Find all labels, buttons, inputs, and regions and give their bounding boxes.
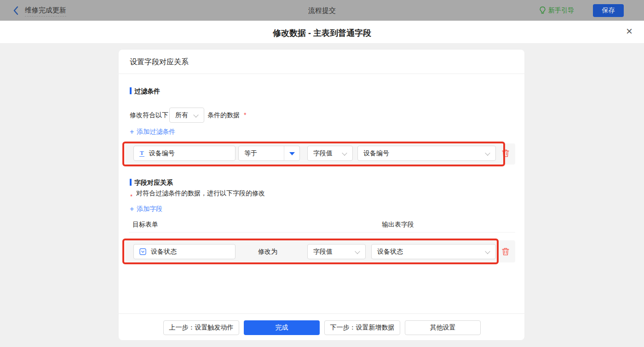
delete-filter-row-button[interactable] bbox=[501, 149, 510, 158]
lightbulb-icon bbox=[539, 6, 546, 15]
filter-field-value: 设备编号 bbox=[149, 149, 175, 158]
beginner-guide-button[interactable]: 新手引导 bbox=[539, 6, 574, 16]
required-asterisk: * bbox=[244, 111, 246, 119]
prev-step-button[interactable]: 上一步：设置触发动作 bbox=[163, 320, 239, 335]
card-title: 设置字段对应关系 bbox=[130, 57, 189, 67]
filter-sentence-suffix: 条件的数据 bbox=[207, 108, 240, 123]
trash-icon bbox=[501, 247, 510, 256]
mapping-field-value: 设备状态 bbox=[151, 248, 177, 256]
mapping-field-input[interactable]: 设备状态 bbox=[133, 244, 236, 259]
mapping-value-field-select[interactable]: 设备状态 bbox=[371, 244, 496, 259]
divider bbox=[119, 74, 524, 74]
filter-operator-select[interactable]: 等于 bbox=[238, 146, 300, 161]
chevron-down-icon bbox=[193, 112, 198, 117]
divider bbox=[119, 313, 524, 314]
workflow-name[interactable]: 维修完成更新 bbox=[25, 6, 66, 17]
divider bbox=[284, 146, 284, 160]
filter-section-title: 过滤条件 bbox=[134, 87, 160, 96]
done-button[interactable]: 完成 bbox=[244, 320, 320, 335]
mapping-value-type-select[interactable]: 字段值 bbox=[307, 244, 366, 259]
add-filter-condition-link[interactable]: + 添加过滤条件 bbox=[130, 128, 175, 136]
add-filter-condition-label: 添加过滤条件 bbox=[137, 128, 175, 136]
match-mode-value: 所有 bbox=[175, 111, 188, 119]
mapping-value-field: 设备状态 bbox=[377, 248, 403, 256]
save-button[interactable]: 保存 bbox=[593, 4, 624, 17]
add-field-link[interactable]: + 添加字段 bbox=[130, 205, 162, 213]
caret-down-icon bbox=[289, 152, 295, 155]
filter-value-field: 设备编号 bbox=[363, 149, 389, 158]
output-field-column-header: 输出表字段 bbox=[382, 221, 414, 229]
mapping-description: 对符合过滤条件的数据，进行以下字段的修改 bbox=[136, 186, 265, 201]
plus-icon: + bbox=[130, 129, 134, 135]
filter-field-input[interactable]: T 设备编号 bbox=[133, 146, 236, 161]
match-mode-select[interactable]: 所有 bbox=[169, 108, 204, 123]
target-form-column-header: 目标表单 bbox=[132, 221, 158, 229]
next-step-button[interactable]: 下一步：设置新增数据 bbox=[324, 320, 400, 335]
settings-card: 设置字段对应关系 过滤条件 修改符合以下 所有 条件的数据 * + 添加过滤条件… bbox=[119, 50, 524, 340]
filter-value-field-select[interactable]: 设备编号 bbox=[357, 146, 496, 161]
modify-to-label: 修改为 bbox=[258, 244, 277, 259]
back-button[interactable] bbox=[11, 5, 22, 16]
chevron-down-icon bbox=[342, 150, 347, 155]
filter-operator-value: 等于 bbox=[244, 149, 257, 158]
section-accent-bar bbox=[130, 179, 132, 186]
add-field-label: 添加字段 bbox=[137, 205, 162, 213]
other-settings-button[interactable]: 其他设置 bbox=[405, 320, 481, 335]
chevron-left-icon bbox=[11, 5, 22, 16]
mapping-value-type: 字段值 bbox=[313, 248, 333, 256]
delete-mapping-row-button[interactable] bbox=[501, 247, 510, 256]
chevron-down-icon bbox=[485, 249, 490, 254]
beginner-guide-label: 新手引导 bbox=[548, 6, 574, 15]
divider bbox=[129, 232, 515, 233]
app-topbar: 维修完成更新 流程提交 新手引导 保存 bbox=[0, 0, 644, 21]
section-accent-bar bbox=[130, 87, 132, 94]
select-field-icon bbox=[139, 248, 146, 255]
text-field-icon: T bbox=[139, 150, 144, 157]
filter-value-type-select[interactable]: 字段值 bbox=[307, 146, 353, 161]
modal-title: 修改数据 - 主表到普通字段 bbox=[0, 28, 644, 39]
chevron-down-icon bbox=[485, 150, 490, 155]
plus-icon: + bbox=[130, 206, 134, 212]
chevron-down-icon bbox=[355, 249, 360, 254]
modal-header: 修改数据 - 主表到普通字段 × bbox=[0, 21, 644, 44]
filter-sentence-prefix: 修改符合以下 bbox=[130, 108, 168, 123]
filter-value-type: 字段值 bbox=[313, 149, 333, 158]
screen: 维修完成更新 流程提交 新手引导 保存 修改数据 - 主表到普通字段 × 设置字… bbox=[0, 0, 644, 347]
required-asterisk: * bbox=[130, 193, 132, 200]
trash-icon bbox=[501, 149, 510, 158]
close-icon[interactable]: × bbox=[622, 24, 636, 38]
